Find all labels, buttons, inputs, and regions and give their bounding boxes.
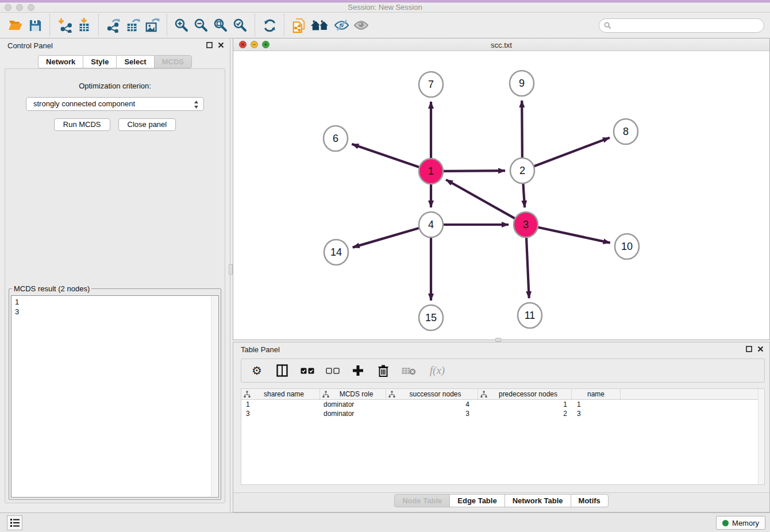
graph-node-1[interactable]: 1	[419, 159, 443, 184]
search-input[interactable]	[599, 18, 764, 33]
table-cell[interactable]: 3	[572, 409, 621, 418]
graph-node-11[interactable]: 11	[518, 303, 542, 328]
tab-network[interactable]: Network	[38, 55, 83, 68]
unchecked-boxes-icon	[326, 368, 340, 374]
network-canvas[interactable]: 7968124314101511	[233, 51, 769, 340]
tab-edge-table[interactable]: Edge Table	[449, 494, 505, 507]
graph-node-6[interactable]: 6	[324, 126, 348, 151]
criterion-value: strongly connected component	[33, 99, 135, 108]
table-cell[interactable]: 1	[478, 400, 572, 409]
run-mcds-button[interactable]: Run MCDS	[54, 118, 110, 131]
tab-select[interactable]: Select	[116, 55, 154, 68]
hide-panels-button[interactable]	[332, 14, 351, 36]
clone-network-button[interactable]	[289, 14, 309, 36]
open-folder-icon	[9, 19, 23, 32]
table-cell[interactable]: dominator	[320, 409, 386, 418]
table-cell[interactable]: 4	[386, 400, 478, 409]
network-titlebar[interactable]: ✕ − + scc.txt	[233, 38, 769, 51]
task-history-button[interactable]	[7, 515, 22, 530]
graph-edge-2-8[interactable]	[533, 138, 610, 167]
unselect-all-columns-button[interactable]	[325, 362, 340, 379]
table-cell[interactable]: 1	[572, 400, 621, 409]
save-session-button[interactable]	[25, 14, 45, 36]
close-panel-icon[interactable]	[757, 346, 764, 352]
export-image-button[interactable]	[143, 14, 162, 36]
graph-edge-3-1[interactable]	[446, 180, 515, 219]
tab-network-table[interactable]: Network Table	[505, 494, 571, 507]
graph-edge-3-10[interactable]	[537, 227, 610, 242]
vertical-splitter-handle[interactable]	[229, 264, 233, 275]
column-header-shared-name[interactable]: shared name	[241, 389, 320, 399]
import-table-icon	[76, 18, 91, 33]
open-session-button[interactable]	[6, 14, 25, 36]
export-table-button[interactable]	[123, 14, 143, 36]
delete-table-button[interactable]	[401, 362, 416, 379]
float-panel-icon[interactable]	[746, 346, 752, 352]
zoom-selected-button[interactable]	[230, 14, 250, 36]
table-cell[interactable]: 3	[386, 409, 478, 418]
mcds-result-title: MCDS result (2 nodes)	[12, 284, 91, 293]
graph-node-10[interactable]: 10	[615, 234, 639, 259]
close-panel-button[interactable]: Close panel	[118, 118, 176, 131]
network-graph[interactable]: 7968124314101511	[233, 51, 769, 340]
clone-network-icon	[291, 18, 306, 33]
graph-edge-1-2[interactable]	[442, 171, 505, 171]
graph-node-8[interactable]: 8	[614, 119, 638, 144]
svg-text:7: 7	[428, 79, 434, 90]
table-settings-button[interactable]: ⚙	[249, 362, 264, 379]
zoom-out-button[interactable]	[191, 14, 211, 36]
table-tabs: Node Table Edge Table Network Table Moti…	[233, 494, 769, 507]
zoom-fit-button[interactable]	[211, 14, 230, 36]
table-scrollbar[interactable]	[758, 389, 764, 484]
import-table-button[interactable]	[74, 14, 94, 36]
add-row-button[interactable]	[351, 362, 365, 379]
export-network-button[interactable]	[103, 14, 123, 36]
delete-row-button[interactable]	[376, 362, 391, 379]
graph-node-3[interactable]: 3	[514, 212, 538, 237]
table-cell[interactable]: dominator	[320, 400, 386, 409]
network-window: ✕ − + scc.txt 7968124314101511	[233, 38, 770, 340]
result-scrollbar[interactable]	[211, 296, 218, 496]
graph-node-15[interactable]: 15	[419, 305, 443, 330]
table-cell[interactable]: 1	[241, 400, 320, 409]
split-columns-button[interactable]	[275, 362, 290, 379]
graph-node-14[interactable]: 14	[324, 240, 348, 265]
function-builder-button[interactable]: f(x)	[426, 362, 448, 379]
close-panel-icon[interactable]	[218, 42, 224, 48]
graph-edge-3-11[interactable]	[526, 236, 529, 298]
horizontal-splitter-handle[interactable]	[495, 338, 501, 342]
graph-edge-2-3[interactable]	[523, 182, 525, 207]
graph-node-4[interactable]: 4	[419, 212, 443, 237]
table-cell[interactable]: 3	[241, 409, 320, 418]
graph-edge-1-6[interactable]	[352, 144, 420, 168]
zoom-in-button[interactable]	[172, 14, 191, 36]
float-panel-icon[interactable]	[206, 42, 213, 48]
table-body: 1dominator4113dominator323	[241, 400, 764, 418]
column-header-successor-nodes[interactable]: successor nodes	[386, 389, 478, 399]
table-cell[interactable]: 2	[478, 409, 572, 418]
import-network-button[interactable]	[55, 14, 74, 36]
graph-node-7[interactable]: 7	[419, 72, 443, 97]
select-all-columns-button[interactable]	[300, 362, 315, 379]
refresh-button[interactable]	[260, 14, 279, 36]
column-header-label: shared name	[251, 390, 317, 398]
memory-button[interactable]: Memory	[716, 516, 765, 530]
show-graphics-button[interactable]	[351, 14, 371, 36]
column-header-MCDS-role[interactable]: MCDS role	[320, 389, 386, 399]
graph-edge-2-9[interactable]	[522, 101, 522, 159]
graph-node-9[interactable]: 9	[510, 71, 534, 96]
graph-edge-4-14[interactable]	[353, 228, 420, 248]
tab-node-table[interactable]: Node Table	[394, 494, 450, 507]
tab-style[interactable]: Style	[83, 55, 117, 68]
network-overview-button[interactable]	[309, 14, 332, 36]
column-header-label: successor nodes	[395, 390, 475, 398]
graph-node-2[interactable]: 2	[510, 158, 534, 183]
column-header-predecessor-nodes[interactable]: predecessor nodes	[478, 389, 572, 399]
tab-mcds[interactable]: MCDS	[154, 55, 192, 68]
criterion-select[interactable]: strongly connected component	[26, 97, 204, 111]
control-panel: Control Panel Network Style Select MCDS …	[0, 38, 230, 512]
tab-motifs[interactable]: Motifs	[571, 494, 609, 507]
list-icon	[10, 518, 20, 527]
export-network-icon	[106, 18, 121, 33]
column-header-name[interactable]: name	[572, 389, 621, 399]
